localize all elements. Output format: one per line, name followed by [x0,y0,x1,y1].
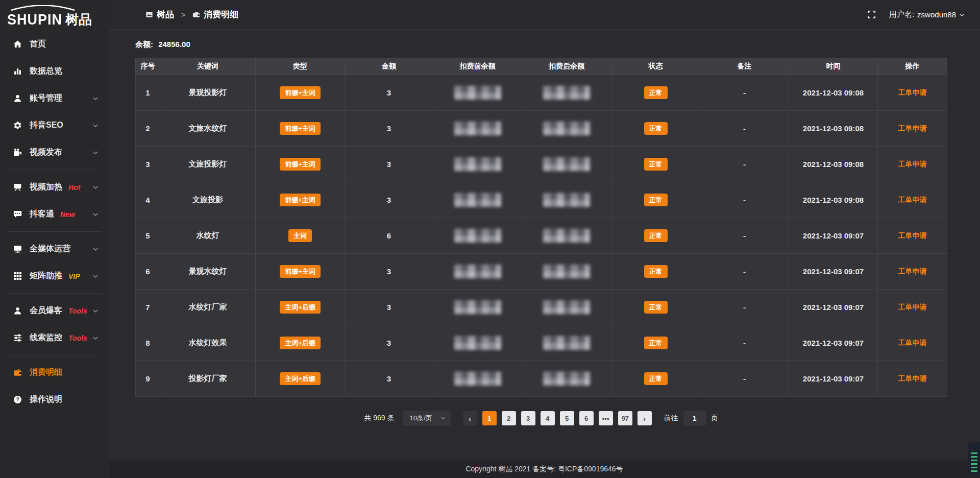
redacted-balance-before [454,122,501,135]
app-window: SHUPIN 树品 首页 数据总览 账号管理 抖音SEO 视频发布 [0,0,980,478]
cell-amount: 3 [345,111,433,147]
cell-remark: - [700,147,789,182]
dashboard-icon [145,11,153,18]
status-badge: 正常 [644,301,668,314]
goto-page-input[interactable] [683,411,706,426]
work-order-link[interactable]: 工单申请 [898,303,927,311]
page-button-5[interactable]: 5 [560,411,574,425]
cell-remark: - [700,75,789,111]
cell-index: 5 [136,218,160,254]
breadcrumb-item-home[interactable]: 树品 [145,9,174,20]
pagination: 共 969 条 10条/页 ‹ 123456•••97 › 前往 页 [135,411,947,426]
brand-name-en: SHUPIN [7,11,62,28]
sidebar-item-media-operation[interactable]: 全媒体运营 [0,235,109,262]
work-order-link[interactable]: 工单申请 [898,339,927,347]
breadcrumb-label: 消费明细 [204,9,238,20]
column-header: 关键词 [160,58,256,75]
work-order-link[interactable]: 工单申请 [898,267,927,275]
type-badge: 主词+后缀 [280,372,321,385]
chevron-down-icon [440,416,446,421]
page-button-6[interactable]: 6 [579,411,594,425]
cell-status: 正常 [611,147,700,182]
type-badge: 主词+后缀 [280,301,321,314]
prev-page-button[interactable]: ‹ [463,411,477,425]
screen-icon [13,183,22,192]
redacted-balance-after [543,157,590,171]
cell-index: 7 [136,290,160,325]
cell-action: 工单申请 [878,218,947,254]
page-size-select[interactable]: 10条/页 [403,411,451,426]
user-menu[interactable]: 用户名: zswodun88 [889,10,965,19]
cell-index: 4 [136,182,160,218]
table-row: 4 文旅投影 前缀+主词 3 正常 - 2021-12-03 09:08 工单申… [136,182,947,218]
sidebar-item-lead-monitor[interactable]: 线索监控 Tools [0,324,109,351]
wallet-icon [192,11,200,18]
work-order-link[interactable]: 工单申请 [898,88,927,97]
chevron-down-icon [92,211,99,218]
next-page-button[interactable]: › [638,411,652,425]
balance-label: 余额: [135,40,153,49]
work-order-link[interactable]: 工单申请 [898,124,927,132]
sidebar-divider [7,293,102,294]
svg-text:?: ? [16,397,19,402]
page-button-97[interactable]: 97 [618,411,632,425]
sidebar-item-matrix-boost[interactable]: 矩阵助推 VIP [0,262,109,290]
sidebar-item-member-burst[interactable]: 会员爆客 Tools [0,297,109,324]
fullscreen-icon[interactable] [867,10,876,19]
page-button-4[interactable]: 4 [541,411,555,425]
cell-amount: 6 [345,218,433,254]
column-header: 扣费前余额 [433,58,522,75]
sidebar-item-douyin-seo[interactable]: 抖音SEO [0,112,109,139]
type-badge: 前缀+主词 [280,158,321,171]
sidebar-item-label: 矩阵助推 [30,271,62,281]
work-order-link[interactable]: 工单申请 [898,374,927,383]
page-button-1[interactable]: 1 [482,411,497,425]
sidebar-item-badge: Tools [68,334,87,342]
cell-time: 2021-12-03 09:07 [789,325,878,361]
chevron-down-icon [92,123,99,129]
widget-bar [971,470,977,472]
bar-chart-icon [13,67,22,76]
cell-time: 2021-12-03 09:08 [789,147,878,182]
sidebar-item-data-overview[interactable]: 数据总览 [0,58,109,85]
main-column: 树品 > 消费明细 用户名: zswodun88 [109,0,980,478]
video-camera-icon [13,148,22,157]
sidebar-item-consumption-detail[interactable]: 消费明细 [0,359,109,386]
cell-time: 2021-12-03 09:07 [789,361,878,397]
sidebar-item-account-management[interactable]: 账号管理 [0,85,109,112]
type-badge: 主词 [288,229,312,242]
cell-index: 6 [136,254,160,290]
cell-action: 工单申请 [878,111,947,147]
cell-balance-after [522,361,611,397]
redacted-balance-after [543,336,590,350]
sidebar-item-doukeTong[interactable]: 抖客通 New [0,201,109,228]
breadcrumb-item-current[interactable]: 消费明细 [192,9,238,20]
cell-balance-before [433,218,522,254]
more-pages-button[interactable]: ••• [599,411,613,425]
page-button-2[interactable]: 2 [502,411,516,425]
logo: SHUPIN 树品 [0,0,109,31]
cell-time: 2021-12-03 09:07 [789,218,878,254]
sidebar-item-video-heat[interactable]: 视频加热 Hot [0,174,109,201]
work-order-link[interactable]: 工单申请 [898,160,927,168]
sidebar-item-home[interactable]: 首页 [0,31,109,58]
work-order-link[interactable]: 工单申请 [898,196,927,204]
home-icon [13,40,22,49]
cell-remark: - [700,182,789,218]
cell-remark: - [700,111,789,147]
page-button-3[interactable]: 3 [521,411,535,425]
cell-amount: 3 [345,361,433,397]
sidebar-item-label: 视频加热 [30,182,62,193]
sidebar-item-label: 首页 [30,39,46,50]
status-badge: 正常 [644,194,668,206]
cell-time: 2021-12-03 09:07 [789,290,878,325]
type-badge: 前缀+主词 [280,194,321,206]
sidebar-item-operation-guide[interactable]: ? 操作说明 [0,386,109,413]
cell-type: 主词+后缀 [256,325,345,361]
cell-balance-before [433,147,522,182]
work-order-link[interactable]: 工单申请 [898,231,927,240]
sidebar-item-video-publish[interactable]: 视频发布 [0,139,109,166]
cell-time: 2021-12-03 09:08 [789,182,878,218]
cell-type: 前缀+主词 [256,147,345,182]
floating-widget[interactable] [968,442,980,475]
